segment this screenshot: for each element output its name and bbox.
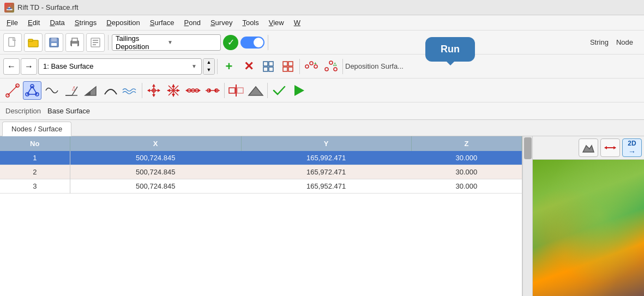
tab-nodes-surface[interactable]: Nodes / Surface bbox=[2, 122, 71, 136]
node-add-icon: + bbox=[304, 61, 318, 73]
svg-rect-19 bbox=[283, 67, 287, 71]
move-cross-icon bbox=[166, 83, 180, 98]
menu-strings[interactable]: Strings bbox=[70, 17, 101, 28]
up-button[interactable]: ▲ bbox=[203, 59, 214, 67]
col-y: Y bbox=[241, 136, 411, 151]
svg-text:△: △ bbox=[333, 62, 337, 67]
string-label[interactable]: String bbox=[588, 37, 611, 47]
spread-h-button[interactable] bbox=[184, 81, 202, 100]
back-button[interactable]: ← bbox=[3, 58, 20, 75]
run-tooltip[interactable]: Run bbox=[425, 37, 475, 62]
down-button[interactable]: ▼ bbox=[203, 67, 214, 74]
svg-point-27 bbox=[329, 61, 333, 64]
save-button[interactable] bbox=[45, 33, 63, 52]
water-line-button[interactable] bbox=[121, 81, 140, 100]
node-add-btn[interactable]: + bbox=[302, 57, 321, 76]
print-button[interactable] bbox=[65, 33, 84, 52]
deposition-dropdown[interactable]: Tailings Deposition ▼ bbox=[112, 34, 221, 51]
separator4 bbox=[299, 59, 300, 74]
play-button[interactable] bbox=[290, 81, 308, 100]
node-triangle-btn[interactable]: △ bbox=[322, 57, 340, 76]
menu-tools[interactable]: Tools bbox=[238, 17, 263, 28]
open-icon bbox=[27, 37, 39, 48]
confirm-button[interactable]: ✓ bbox=[223, 35, 238, 50]
toolbar1: Tailings Deposition ▼ ✓ String Node bbox=[0, 31, 644, 55]
right-panel: 2D→ bbox=[532, 136, 644, 296]
forward-button[interactable]: → bbox=[21, 58, 37, 75]
table-area: No X Y Z 1 500,724.845 165,992.471 30.00… bbox=[0, 136, 522, 296]
toolbar2: ← → 1: Base Surface ▼ ▲ ▼ + ✕ + bbox=[0, 55, 644, 78]
arrows-view-button[interactable] bbox=[600, 138, 620, 157]
spread-h-icon bbox=[185, 83, 201, 98]
menu-pond[interactable]: Pond bbox=[180, 17, 205, 28]
scrollbar-thumb[interactable] bbox=[524, 137, 532, 159]
flip-h-button[interactable] bbox=[227, 81, 245, 100]
curve-button[interactable] bbox=[101, 81, 120, 100]
remove-surface-button[interactable]: ✕ bbox=[239, 57, 258, 76]
svg-marker-50 bbox=[158, 89, 160, 92]
wave-line-button[interactable] bbox=[43, 81, 61, 100]
arrows-icon bbox=[604, 141, 617, 154]
compress-button[interactable] bbox=[203, 81, 222, 100]
svg-rect-17 bbox=[283, 62, 287, 66]
water-line-icon bbox=[122, 83, 139, 98]
curve-icon bbox=[104, 83, 118, 98]
menu-surface[interactable]: Surface bbox=[146, 17, 179, 28]
app-icon: 🗻 bbox=[4, 3, 14, 13]
toggle-switch[interactable] bbox=[240, 37, 264, 49]
right-panel-toolbar: 2D→ bbox=[533, 136, 644, 160]
edit-grid-button[interactable] bbox=[279, 57, 297, 76]
edit-button[interactable] bbox=[86, 33, 105, 52]
node-select-icon bbox=[25, 83, 39, 98]
svg-marker-78 bbox=[613, 146, 616, 149]
add-surface-button[interactable]: + bbox=[220, 57, 238, 76]
vertical-scrollbar[interactable] bbox=[522, 136, 532, 296]
title-bar: 🗻 Rift TD - Surface.rft bbox=[0, 0, 644, 15]
node-label[interactable]: Node bbox=[614, 37, 635, 47]
svg-rect-16 bbox=[269, 67, 273, 71]
tab-bar: Nodes / Surface bbox=[0, 120, 644, 136]
node-select-button[interactable] bbox=[23, 81, 41, 100]
svg-marker-58 bbox=[177, 89, 180, 92]
toolbar3: △̄ bbox=[0, 78, 644, 102]
grid-button[interactable] bbox=[259, 57, 278, 76]
new-button[interactable] bbox=[3, 33, 22, 52]
menu-edit[interactable]: Edit bbox=[23, 17, 44, 28]
svg-marker-75 bbox=[583, 146, 594, 152]
menu-deposition[interactable]: Deposition bbox=[102, 17, 144, 28]
menu-file[interactable]: File bbox=[2, 17, 22, 28]
terrain-view-button[interactable] bbox=[579, 138, 598, 157]
profile-button[interactable]: △̄ bbox=[62, 81, 81, 100]
slope-button[interactable] bbox=[82, 81, 100, 100]
separator3 bbox=[217, 59, 218, 74]
menu-view[interactable]: View bbox=[264, 17, 288, 28]
deposition-surface-label: Deposition Surfa... bbox=[345, 62, 404, 70]
svg-rect-18 bbox=[288, 62, 293, 66]
menu-w[interactable]: W bbox=[290, 17, 305, 28]
surface-dropdown[interactable]: 1: Base Surface ▼ bbox=[38, 58, 202, 75]
up-down-buttons[interactable]: ▲ ▼ bbox=[203, 58, 215, 75]
wave-line-icon bbox=[45, 83, 59, 98]
svg-rect-0 bbox=[9, 38, 15, 46]
table-row[interactable]: 3 500,724.845 165,952.471 30.000 bbox=[0, 179, 522, 194]
move-cross-button[interactable] bbox=[164, 81, 183, 100]
2d-view-button[interactable]: 2D→ bbox=[622, 138, 642, 157]
open-button[interactable] bbox=[24, 33, 43, 52]
row2-no: 2 bbox=[0, 165, 70, 179]
mountain-button[interactable] bbox=[246, 81, 265, 100]
table-header-row: No X Y Z bbox=[0, 136, 522, 151]
line-tool-button[interactable] bbox=[3, 81, 22, 100]
check-button[interactable] bbox=[270, 81, 288, 100]
mountain-icon bbox=[248, 83, 264, 98]
surface-chevron-icon: ▼ bbox=[191, 63, 197, 69]
menu-data[interactable]: Data bbox=[45, 17, 69, 28]
menu-survey[interactable]: Survey bbox=[206, 17, 237, 28]
svg-marker-71 bbox=[229, 88, 235, 93]
row1-x: 500,724.845 bbox=[70, 151, 241, 165]
row1-z: 30.000 bbox=[411, 151, 521, 165]
edit-grid-icon bbox=[282, 61, 294, 73]
table-row[interactable]: 2 500,724.845 165,972.471 30.000 bbox=[0, 165, 522, 179]
table-row[interactable]: 1 500,724.845 165,992.471 30.000 bbox=[0, 151, 522, 165]
svg-rect-20 bbox=[288, 67, 293, 71]
move-all-button[interactable] bbox=[145, 81, 163, 100]
